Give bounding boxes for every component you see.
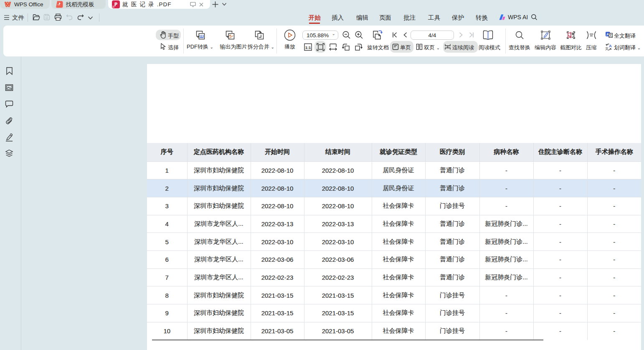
svg-text:文: 文 xyxy=(605,46,609,51)
svg-text:文: 文 xyxy=(609,33,613,37)
svg-text:1:1: 1:1 xyxy=(305,45,311,50)
svg-text:A: A xyxy=(609,43,612,48)
